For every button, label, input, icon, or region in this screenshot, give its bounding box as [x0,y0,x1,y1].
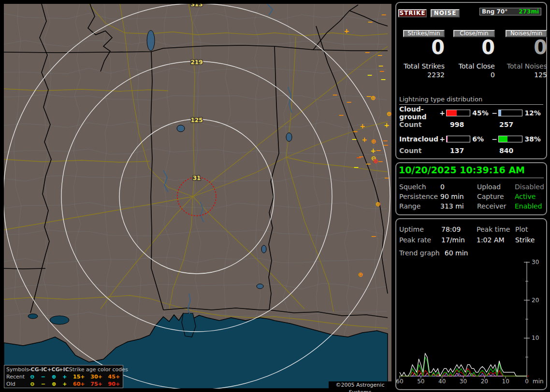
rate-counters: Strikes/min 0 Total Strikes 2232 Close/m… [398,28,545,79]
svg-text:−: − [338,111,344,119]
plus-sign: + [439,109,446,117]
peak-rate-value: 17/min [441,235,477,245]
map-canvas[interactable]: +−−−−−−−−−−⊕−⊕−++−−+⊕−−+−−−⊖⊕−−−−⊕−⊕ 313… [4,4,391,389]
cg-pos-bar [446,110,471,116]
strike-mode-button[interactable]: STRIKE [398,9,427,17]
svg-text:219: 219 [190,59,203,66]
session-panel: Uptime 78:09 Peak time Plot Peak rate 17… [395,218,547,390]
legend-old-row: Old ⊖ − ⊕ + 60+ 75+ 90+ [6,380,123,388]
svg-text:−: − [353,163,359,171]
svg-text:40: 40 [438,378,446,385]
svg-text:50: 50 [417,378,424,385]
ic-neg-count: 840 [499,147,513,154]
intracloud-count-row: Count 137 840 [399,147,543,154]
svg-text:30: 30 [460,378,467,385]
age-45: 45+ [105,373,123,380]
minus-sign: − [491,109,498,117]
peak-time-value: 1:02 AM [477,235,515,245]
svg-text:−: − [346,98,352,106]
svg-text:−: − [367,71,373,79]
svg-text:125: 125 [190,117,203,124]
bearing-readout: Bng 70° 273mi [479,8,541,15]
ic-pos-recent-icon: + [59,373,70,380]
total-noises-value: 125 [499,71,547,79]
legend-age-header: Strike age color codes [69,366,126,373]
capture-label: Capture [477,192,515,201]
svg-text:+: + [370,147,376,154]
svg-text:30: 30 [532,259,539,266]
noises-per-min-value: 0 [499,37,547,57]
count-label: Count [399,121,450,128]
svg-text:+: + [360,122,365,130]
svg-text:−: − [383,141,389,149]
count-label: Count [399,147,450,154]
legend-symbols-header: Symbols [6,366,29,373]
total-noises-label: Total Noises [499,62,547,70]
legend-col-cg-pos: +CG [47,366,58,373]
cg-neg-count: 257 [499,121,513,128]
trend-graph: 1020306050403020100min [396,256,548,390]
squelch-label: Squelch [399,182,440,192]
lightning-distribution: Lightning type distribution Cloud-ground… [399,96,543,154]
strike-stats-panel: STRIKE NOISE Bng 70° 273mi Strikes/min 0… [395,2,547,159]
bearing-value: Bng 70° [482,8,507,15]
age-75: 75+ [87,380,105,388]
noise-mode-button[interactable]: NOISE [431,9,460,17]
legend-col-ic-pos: +IC [58,366,69,373]
ic-neg-old-icon: − [38,380,48,388]
close-per-min-value: 0 [449,37,495,57]
svg-text:⊕: ⊕ [371,138,376,145]
ic-pos-bar [446,136,471,142]
range-value: 313 mi [440,201,477,211]
svg-text:−: − [352,127,358,135]
minus-sign: − [491,135,498,143]
cg-pos-recent-icon: ⊕ [48,373,59,380]
svg-text:20: 20 [481,378,488,385]
svg-text:10: 10 [502,378,509,385]
persistence-label: Persistence [399,192,440,201]
legend-col-cg-neg: -CG [29,366,39,373]
distribution-title: Lightning type distribution [399,96,543,105]
legend-recent-label: Recent [6,373,27,380]
ic-pos-count: 137 [450,147,499,154]
cloud-ground-row: Cloud-ground + 45% − 12% [399,109,543,117]
bearing-distance: 273mi [519,8,539,15]
age-15: 15+ [70,373,87,380]
svg-text:10: 10 [532,335,539,341]
legend-col-ic-neg: -IC [39,366,47,373]
intracloud-row: Intracloud + 6% − 38% [399,135,543,143]
svg-text:−: − [376,146,381,154]
uptime-value: 78:09 [441,224,477,235]
svg-text:−: − [381,11,387,18]
age-60: 60+ [70,380,87,388]
strikes-column: Strikes/min 0 Total Strikes 2232 [398,28,445,79]
svg-text:⊕: ⊕ [358,271,363,278]
svg-text:−: − [351,135,357,143]
svg-text:−: − [367,18,373,26]
svg-text:−: − [364,48,370,56]
status-panel: 10/20/2025 10:39:16 AM Squelch 0 Upload … [395,162,547,215]
ic-neg-bar [498,136,523,142]
close-column: Close/min 0 Total Close 0 [449,28,495,79]
svg-text:0: 0 [525,378,529,385]
svg-text:−: − [377,157,383,165]
plot-value: Strike [515,235,546,245]
upload-label: Upload [477,182,515,192]
range-label: Range [399,201,440,211]
svg-text:⊕: ⊕ [376,200,381,208]
session-grid: Uptime 78:09 Peak time Plot Peak rate 17… [399,224,546,245]
plot-label: Plot [515,224,546,235]
ic-pos-pct: 6% [470,135,491,143]
total-close-value: 0 [449,71,495,79]
capture-status: Active [515,192,546,201]
cg-pos-pct: 45% [470,109,491,117]
svg-text:−: − [379,67,385,75]
cg-neg-recent-icon: ⊖ [27,373,38,380]
mode-row: STRIKE NOISE Bng 70° 273mi [398,8,544,16]
strike-map[interactable]: +−−−−−−−−−−⊕−⊕−++−−+⊕−−+−−−⊖⊕−−−−⊕−⊕ 313… [4,4,391,389]
svg-text:−: − [356,154,362,161]
peak-time-label: Peak time [477,224,515,235]
squelch-value: 0 [440,182,477,192]
noises-column: Noises/min 0 Total Noises 125 [499,28,547,79]
svg-text:−: − [380,75,386,83]
